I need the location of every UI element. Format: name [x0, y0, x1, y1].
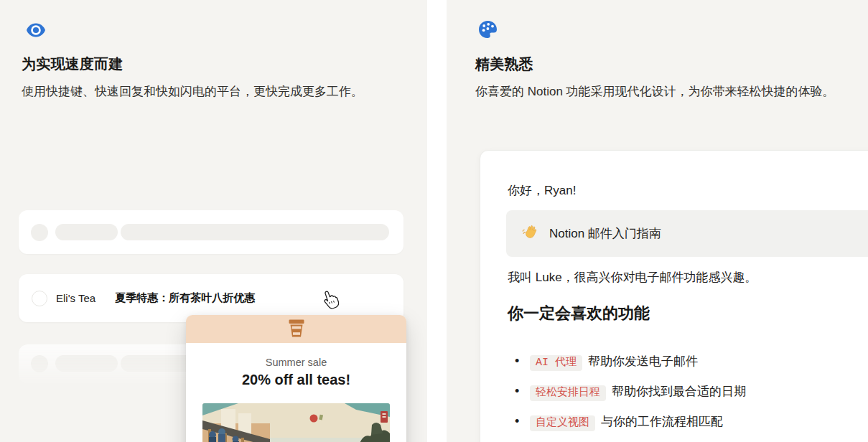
panel-title: 为实现速度而建: [22, 55, 123, 74]
skeleton-avatar: [31, 224, 48, 241]
skeleton-sender-bar: [55, 355, 118, 372]
popup-headline: 20% off all teas!: [186, 372, 406, 388]
callout-text: Notion 邮件入门指南: [549, 225, 661, 242]
email-greeting: 你好，Ryan!: [508, 182, 576, 199]
hand-cursor-icon: [319, 290, 339, 315]
ukiyoe-street-scene-image: [202, 403, 390, 442]
features-list: AI 代理帮助你发送电子邮件 轻松安排日程帮助你找到最合适的日期 自定义视图与你…: [508, 353, 746, 442]
features-heading: 你一定会喜欢的功能: [508, 303, 650, 324]
cup-icon: [288, 318, 305, 340]
panel-title: 精美熟悉: [475, 55, 533, 74]
read-status-circle[interactable]: [32, 291, 47, 306]
feature-item: AI 代理帮助你发送电子邮件: [508, 353, 746, 371]
popup-header: [186, 315, 406, 343]
feature-panel-speed: 为实现速度而建 使用快捷键、快速回复和快如闪电的平台，更快完成更多工作。 Eli…: [0, 0, 427, 442]
callout-block[interactable]: Notion 邮件入门指南: [506, 210, 868, 257]
feature-item: 自定义视图与你的工作流程相匹配: [508, 413, 746, 431]
feature-panel-design: 精美熟悉 你喜爱的 Notion 功能采用现代化设计，为你带来轻松快捷的体验。 …: [447, 0, 868, 442]
skeleton-subject-bar: [121, 224, 389, 240]
email-sender: Eli's Tea: [56, 292, 95, 304]
wave-hand-icon: [522, 224, 538, 243]
feature-text: 帮助你发送电子邮件: [588, 354, 698, 368]
feature-tag: 自定义视图: [530, 415, 595, 431]
skeleton-sender-bar: [55, 224, 118, 240]
popup-label: Summer sale: [186, 357, 406, 368]
feature-tag: AI 代理: [530, 355, 582, 371]
panel-description: 使用快捷键、快速回复和快如闪电的平台，更快完成更多工作。: [22, 81, 385, 102]
skeleton-email-row: [19, 210, 403, 254]
email-preview-card: 你好，Ryan! Notion 邮件入门指南 我叫 Luke，很高兴你对电子邮件…: [480, 150, 868, 442]
eye-icon: [26, 22, 46, 42]
feature-text: 与你的工作流程相匹配: [601, 415, 723, 428]
skeleton-avatar: [31, 355, 48, 372]
panel-description: 你喜爱的 Notion 功能采用现代化设计，为你带来轻松快捷的体验。: [475, 81, 850, 102]
palette-icon: [478, 20, 498, 42]
email-subject: 夏季特惠：所有茶叶八折优惠: [115, 291, 255, 305]
feature-tag: 轻松安排日程: [530, 385, 606, 401]
feature-item: 轻松安排日程帮助你找到最合适的日期: [508, 383, 746, 401]
feature-text: 帮助你找到最合适的日期: [612, 385, 746, 398]
email-intro: 我叫 Luke，很高兴你对电子邮件功能感兴趣。: [508, 269, 757, 286]
email-hover-preview-card: Summer sale 20% off all teas!: [186, 315, 406, 442]
